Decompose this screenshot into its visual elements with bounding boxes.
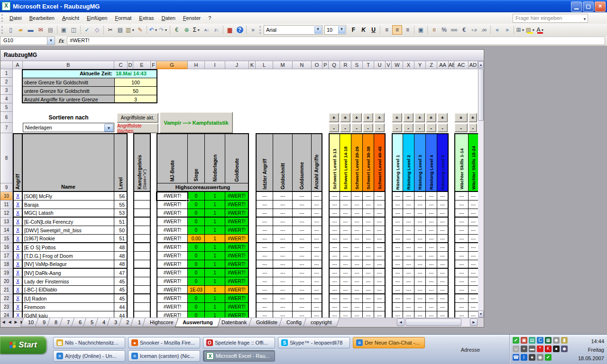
cell-AA-15[interactable]: --- xyxy=(437,235,449,243)
cell-U-13[interactable]: --- xyxy=(374,218,386,226)
cell-niederlagen-20[interactable]: 1 xyxy=(205,277,225,286)
cell-mjbeute-24[interactable]: #WERT! xyxy=(156,311,188,318)
cell-T-15[interactable]: --- xyxy=(363,235,374,243)
cell-Y-17[interactable]: --- xyxy=(414,252,426,260)
cell-S-16[interactable]: --- xyxy=(351,243,363,252)
cell-niederlagen-22[interactable]: 1 xyxy=(205,294,225,303)
cell-M-17[interactable]: --- xyxy=(273,252,293,260)
align-center-icon[interactable]: ≡ xyxy=(392,25,402,35)
cell-level-17[interactable]: 48 xyxy=(114,252,128,260)
plus-button-AA[interactable]: + xyxy=(437,113,448,122)
cell-U-18[interactable]: --- xyxy=(374,260,386,269)
cell-Z-19[interactable]: --- xyxy=(426,269,437,277)
plus-button-T[interactable]: + xyxy=(363,113,373,122)
cell-siege-11[interactable]: 0 xyxy=(188,200,205,209)
plus-button-R[interactable]: + xyxy=(340,113,350,122)
autosum-icon[interactable]: Σ▼ xyxy=(192,26,201,34)
column-header-X[interactable]: X xyxy=(403,61,414,69)
cell-siege-19[interactable]: 0 xyxy=(188,269,205,277)
cell-U-20[interactable]: --- xyxy=(374,277,386,286)
cell-siege-23[interactable]: 0 xyxy=(188,303,205,311)
cell-W-12[interactable]: --- xyxy=(392,209,403,218)
column-header-S[interactable]: S xyxy=(351,61,363,69)
cell-L-19[interactable]: --- xyxy=(256,269,273,277)
cell-Z-13[interactable]: --- xyxy=(426,218,437,226)
antivirus-ok-icon[interactable]: ✔ xyxy=(513,337,519,344)
cell-angriff-21[interactable]: X xyxy=(13,286,23,294)
cell-T-10[interactable]: --- xyxy=(363,192,374,200)
cell-Y-16[interactable]: --- xyxy=(414,243,426,252)
fill-color-icon[interactable]: ▨▼ xyxy=(526,26,535,34)
cell-goldbeute-22[interactable]: #WERT! xyxy=(225,294,249,303)
sheet-tab-auswertung[interactable]: Auswertung xyxy=(175,318,221,327)
cell-T-18[interactable]: --- xyxy=(363,260,374,269)
cell-mjbeute-22[interactable]: #WERT! xyxy=(156,294,188,303)
cell-Z-23[interactable]: --- xyxy=(426,303,437,311)
cell-X-12[interactable]: --- xyxy=(403,209,414,218)
attack-link[interactable]: X xyxy=(16,219,19,224)
cell-S-24[interactable]: --- xyxy=(351,311,363,318)
cell-R-19[interactable]: --- xyxy=(340,269,351,277)
cell-AD-14[interactable]: --- xyxy=(469,226,478,235)
cell-goldbeute-17[interactable]: #WERT! xyxy=(225,252,249,260)
cell-Y-19[interactable]: --- xyxy=(414,269,426,277)
cell-siege-12[interactable]: 0 xyxy=(188,209,205,218)
cell-R-20[interactable]: --- xyxy=(340,277,351,286)
cell-M-20[interactable]: --- xyxy=(273,277,293,286)
align-left-icon[interactable]: ≡ xyxy=(382,26,391,34)
cell-W-13[interactable]: --- xyxy=(392,218,403,226)
attack-link[interactable]: X xyxy=(16,210,19,216)
minus-button-AA[interactable]: - xyxy=(437,123,448,132)
column-header-H[interactable]: H xyxy=(188,61,205,69)
minus-button-T[interactable]: - xyxy=(363,123,373,132)
cell-Y-13[interactable]: --- xyxy=(414,218,426,226)
attack-link[interactable]: X xyxy=(16,236,19,241)
cell-O-12[interactable]: --- xyxy=(312,209,322,218)
cell-level-24[interactable]: 44 xyxy=(114,311,128,318)
row-header-1[interactable]: 1 xyxy=(0,69,13,78)
attack-link[interactable]: X xyxy=(16,270,19,275)
cell-R-15[interactable]: --- xyxy=(340,235,351,243)
menu-daten[interactable]: Daten xyxy=(158,13,179,23)
increase-decimal-icon[interactable]: +,0 xyxy=(469,26,478,34)
plus-button-AD[interactable]: + xyxy=(469,113,477,122)
cell-AD-18[interactable]: --- xyxy=(469,260,478,269)
cell-M-14[interactable]: --- xyxy=(273,226,293,235)
cell-Y-10[interactable]: --- xyxy=(414,192,426,200)
cell-kampfergebnis-22[interactable] xyxy=(133,294,151,303)
cell-niederlagen-15[interactable]: 1 xyxy=(205,235,225,243)
cell-mjbeute-15[interactable]: #WERT! xyxy=(156,235,188,243)
cell-T-13[interactable]: --- xyxy=(363,218,374,226)
cell-R-14[interactable]: --- xyxy=(340,226,351,235)
cell-level-23[interactable]: 44 xyxy=(114,303,128,311)
header-C[interactable]: Level xyxy=(114,133,128,192)
cell-M-12[interactable]: --- xyxy=(273,209,293,218)
header-G[interactable]: MJ-Beute xyxy=(156,133,188,183)
insert-function-icon[interactable]: fx xyxy=(58,38,64,44)
cell-kampfergebnis-18[interactable] xyxy=(133,260,151,269)
cell-AA-13[interactable]: --- xyxy=(437,218,449,226)
cell-AD-23[interactable]: --- xyxy=(469,303,478,311)
cell-Y-23[interactable]: --- xyxy=(414,303,426,311)
cell-mjbeute-14[interactable]: #WERT! xyxy=(156,226,188,235)
cell-L-10[interactable]: --- xyxy=(256,192,273,200)
cell-W-23[interactable]: --- xyxy=(392,303,403,311)
question-box[interactable]: Frage hier eingeben ▼ xyxy=(513,14,588,23)
info-setting-value[interactable]: 50 xyxy=(114,86,156,95)
cell-AA-19[interactable]: --- xyxy=(437,269,449,277)
merge-center-icon[interactable]: ▣ xyxy=(416,26,425,34)
cell-T-14[interactable]: --- xyxy=(363,226,374,235)
cell-S-10[interactable]: --- xyxy=(351,192,363,200)
wifi-icon[interactable]: ◉ xyxy=(537,354,543,361)
cell-O-14[interactable]: --- xyxy=(312,226,322,235)
print-icon[interactable]: ▣ xyxy=(59,26,68,34)
cell-siege-24[interactable]: 0 xyxy=(188,311,205,318)
cell-O-18[interactable]: --- xyxy=(312,260,322,269)
decrease-indent-icon[interactable]: « xyxy=(493,26,502,34)
cell-L-11[interactable]: --- xyxy=(256,200,273,209)
header-S[interactable]: Schwert Level 20-26 xyxy=(351,133,363,192)
online-check-icon[interactable]: ✔ xyxy=(545,354,552,361)
cell-level-10[interactable]: 56 xyxy=(114,192,128,200)
cell-AA-21[interactable]: --- xyxy=(437,286,449,294)
toolbar-options-icon[interactable]: » xyxy=(248,26,258,34)
